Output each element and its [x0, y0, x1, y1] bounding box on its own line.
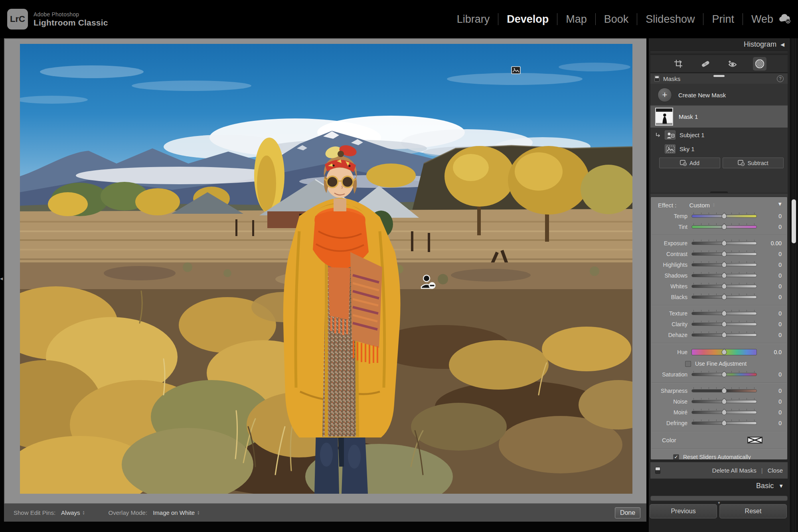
- module-web[interactable]: Web: [750, 13, 775, 26]
- slider-track-contrast[interactable]: [691, 252, 757, 256]
- effect-preset-dropdown[interactable]: Custom ▴▾: [689, 202, 715, 209]
- slider-value[interactable]: 0.00: [761, 240, 782, 246]
- slider-value[interactable]: 0: [761, 388, 782, 394]
- slider-value[interactable]: 0: [761, 321, 782, 327]
- slider-value[interactable]: 0: [761, 283, 782, 290]
- reset-button[interactable]: Reset: [719, 504, 787, 518]
- module-book[interactable]: Book: [602, 13, 630, 26]
- slider-track-whites[interactable]: [691, 285, 757, 288]
- subtract-button[interactable]: Subtract: [723, 158, 784, 168]
- subject-subtract-pin[interactable]: [420, 274, 437, 291]
- app-name-adobe: Adobe Photoshop: [34, 11, 108, 18]
- panel-end-strip: [650, 496, 788, 501]
- slider-value[interactable]: 0: [761, 371, 782, 378]
- module-library[interactable]: Library: [455, 13, 492, 26]
- panel-toggle-switch[interactable]: [655, 467, 660, 474]
- mask-thumbnail[interactable]: [655, 108, 673, 126]
- slider-track-noise[interactable]: [691, 400, 757, 403]
- panel-drag-handle[interactable]: [710, 191, 728, 193]
- mask-row[interactable]: Mask 1: [650, 105, 788, 128]
- effect-header: Effect : Custom ▴▾ ▼: [651, 199, 787, 211]
- slider-value[interactable]: 0: [761, 294, 782, 300]
- effect-label: Effect :: [658, 202, 676, 209]
- slider-row-noise: Noise0: [651, 396, 787, 407]
- tool-strip: [650, 55, 788, 73]
- module-develop[interactable]: Develop: [505, 13, 550, 26]
- module-print[interactable]: Print: [710, 13, 736, 26]
- healing-tool[interactable]: [699, 57, 712, 71]
- effect-divider: [651, 232, 787, 238]
- checkbox-label[interactable]: Reset Sliders Automatically: [683, 454, 751, 460]
- show-edit-pins-dropdown[interactable]: Always ▴▾: [61, 509, 85, 516]
- panel-collapse-icon[interactable]: ▼: [777, 201, 782, 207]
- panel-switch-icon[interactable]: [654, 75, 660, 82]
- left-panel-collapse-arrow[interactable]: ◂: [0, 275, 3, 282]
- slider-track-exposure[interactable]: [691, 242, 757, 245]
- slider-track-temp[interactable]: [691, 215, 757, 218]
- slider-label: Noise: [651, 398, 687, 405]
- create-new-mask-button[interactable]: + Create New Mask: [650, 84, 788, 105]
- sky-mask-pin[interactable]: [511, 66, 521, 74]
- scrollbar-thumb[interactable]: [792, 199, 796, 243]
- panel-scrollbar: [789, 38, 798, 532]
- mask-component-sky[interactable]: Sky 1: [650, 142, 788, 156]
- module-map[interactable]: Map: [564, 13, 589, 26]
- slider-track-shadows[interactable]: [691, 274, 757, 277]
- develop-canvas: [4, 38, 646, 503]
- slider-label: Blacks: [651, 294, 687, 300]
- histogram-header[interactable]: Histogram ◀: [649, 38, 789, 50]
- slider-value[interactable]: 0: [761, 420, 782, 426]
- photo-canvas[interactable]: [20, 44, 632, 494]
- updown-arrows-icon: ▴▾: [83, 510, 85, 515]
- checkbox-row-use-fine-adjustment: Use Fine Adjustment: [651, 359, 787, 369]
- previous-button[interactable]: Previous: [650, 504, 717, 518]
- done-button[interactable]: Done: [615, 507, 640, 518]
- add-button[interactable]: Add: [659, 158, 720, 168]
- slider-track-defringe[interactable]: [691, 422, 757, 425]
- slider-label: Sharpness: [651, 388, 687, 394]
- slider-label: Temp: [651, 213, 687, 219]
- red-eye-tool[interactable]: [726, 57, 739, 71]
- mask-component-subject[interactable]: Subject 1: [650, 128, 788, 142]
- effect-panel: Effect : Custom ▴▾ ▼ Temp0Tint0Exposure0…: [650, 197, 788, 460]
- slider-value[interactable]: 0: [761, 332, 782, 338]
- masking-tool[interactable]: [753, 57, 766, 71]
- slider-track-texture[interactable]: [691, 312, 757, 315]
- slider-track-clarity[interactable]: [691, 323, 757, 326]
- slider-track-saturation[interactable]: [691, 373, 757, 376]
- slider-thumb[interactable]: [721, 349, 728, 356]
- color-swatch-none[interactable]: [747, 437, 762, 443]
- reset-sliders-automatically-checkbox[interactable]: ✓: [673, 454, 679, 460]
- module-slideshow[interactable]: Slideshow: [644, 13, 696, 26]
- slider-track-blacks[interactable]: [691, 296, 757, 299]
- slider-track-moir[interactable]: [691, 411, 757, 414]
- slider-track-sharpness[interactable]: [691, 389, 757, 392]
- crop-tool[interactable]: [672, 57, 685, 71]
- slider-value[interactable]: 0: [761, 251, 782, 257]
- slider-track-hue[interactable]: [691, 349, 757, 355]
- lightroom-window: LrC Adobe Photoshop Lightroom Classic Li…: [0, 0, 798, 532]
- close-masks-button[interactable]: Close: [768, 467, 783, 474]
- overlay-mode-dropdown[interactable]: Image on White ▴▾: [153, 509, 199, 516]
- branch-arrow-icon: [655, 132, 661, 138]
- use-fine-adjustment-checkbox[interactable]: [685, 361, 691, 367]
- delete-all-masks-button[interactable]: Delete All Masks: [712, 467, 757, 474]
- slider-value[interactable]: 0: [761, 409, 782, 416]
- checkbox-label[interactable]: Use Fine Adjustment: [695, 361, 747, 367]
- slider-value[interactable]: 0: [761, 213, 782, 219]
- slider-track-dehaze[interactable]: [691, 333, 757, 337]
- slider-value[interactable]: 0: [761, 262, 782, 268]
- slider-track-tint[interactable]: [691, 225, 757, 229]
- slider-track-highlights[interactable]: [691, 263, 757, 266]
- cloud-sync-icon[interactable]: [778, 14, 792, 26]
- basic-panel-header[interactable]: Basic ▼: [756, 482, 784, 490]
- add-subtract-row: Add Subtract: [650, 156, 788, 168]
- panel-expand-icon: ◀: [780, 41, 784, 47]
- add-mask-icon: [680, 160, 687, 166]
- slider-value[interactable]: 0.0: [761, 349, 782, 355]
- slider-value[interactable]: 0: [761, 272, 782, 279]
- slider-value[interactable]: 0: [761, 310, 782, 317]
- slider-value[interactable]: 0: [761, 398, 782, 405]
- slider-value[interactable]: 0: [761, 224, 782, 230]
- help-icon[interactable]: ?: [777, 75, 784, 82]
